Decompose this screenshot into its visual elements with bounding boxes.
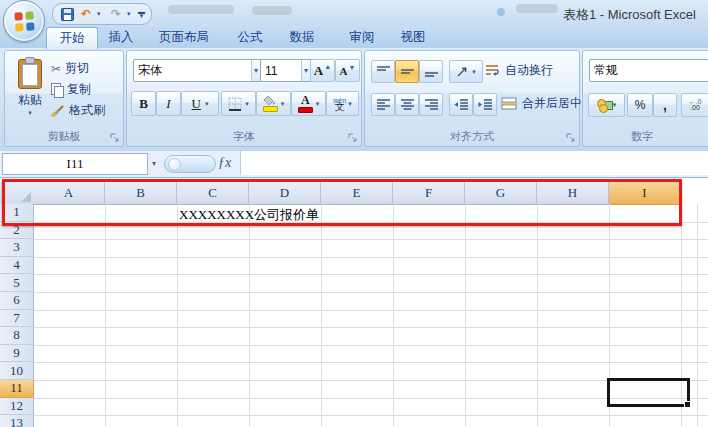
font-color-button[interactable]: A ▾ xyxy=(291,91,326,116)
row-header-7[interactable]: 7 xyxy=(0,310,34,328)
gridline xyxy=(33,415,708,416)
increase-indent-button[interactable] xyxy=(473,93,497,116)
alignment-dialog-launcher-icon[interactable] xyxy=(565,132,576,143)
gridline xyxy=(321,204,322,427)
orientation-button[interactable]: ▾ xyxy=(449,60,483,83)
align-left-button[interactable] xyxy=(371,93,395,116)
phonetic-guide-button[interactable]: wén 文 ▾ xyxy=(326,91,359,116)
copy-button[interactable]: 复制 xyxy=(51,80,123,99)
tab-formulas[interactable]: 公式 xyxy=(226,27,274,48)
wrap-text-button[interactable]: 自动换行 xyxy=(485,62,553,79)
row-header-5[interactable]: 5 xyxy=(0,274,34,292)
formula-input[interactable] xyxy=(240,151,708,175)
increase-decimal-button[interactable]: ←.0.00 xyxy=(681,93,708,117)
group-font: 宋体▾ 11▾ A▲ A▼ B I U▾ ▾ xyxy=(126,50,362,147)
row-header-6[interactable]: 6 xyxy=(0,292,34,310)
gridline xyxy=(33,292,708,293)
align-top-button[interactable] xyxy=(371,60,395,83)
gridline xyxy=(105,204,106,427)
fill-handle[interactable] xyxy=(684,401,691,408)
font-name-combo[interactable]: 宋体▾ xyxy=(133,59,265,82)
gridline xyxy=(177,204,178,427)
row-header-4[interactable]: 4 xyxy=(0,257,34,275)
font-size-dropdown-icon[interactable]: ▾ xyxy=(301,60,310,81)
decrease-indent-button[interactable] xyxy=(449,93,473,116)
percent-style-button[interactable]: % xyxy=(627,93,653,117)
font-group-label: 字体 xyxy=(127,129,361,144)
row-header-3[interactable]: 3 xyxy=(0,239,34,257)
fill-color-dropdown-icon[interactable]: ▾ xyxy=(281,100,285,108)
formula-bar: I11 ▾ ƒx xyxy=(0,151,708,179)
align-middle-button[interactable] xyxy=(395,60,419,83)
fill-color-button[interactable]: ▾ xyxy=(256,91,291,116)
worksheet-grid[interactable]: ABCDEFGHI12345678910111213XXXXXXXX公司报价单 xyxy=(0,177,708,427)
tab-insert[interactable]: 插入 xyxy=(100,27,142,48)
font-color-dropdown-icon[interactable]: ▾ xyxy=(316,100,320,108)
cut-button[interactable]: ✂ 剪切 xyxy=(51,59,123,78)
tab-page-layout[interactable]: 页面布局 xyxy=(146,27,222,48)
gridline xyxy=(537,204,538,427)
increase-decimal-icon: ←.0.00 xyxy=(689,99,702,111)
borders-dropdown-icon[interactable]: ▾ xyxy=(245,100,249,108)
undo-icon[interactable]: ↶ xyxy=(78,6,94,22)
orientation-icon xyxy=(456,66,469,78)
tab-view[interactable]: 视图 xyxy=(390,27,436,48)
clipboard-dialog-launcher-icon[interactable] xyxy=(109,132,120,143)
borders-button[interactable]: ▾ xyxy=(221,91,256,116)
accounting-format-button[interactable]: ▾ xyxy=(588,93,625,117)
row-header-8[interactable]: 8 xyxy=(0,327,34,345)
fill-color-icon xyxy=(263,96,278,112)
name-box[interactable]: I11 xyxy=(2,153,148,175)
merge-center-button[interactable]: 合并后居中 ▾ xyxy=(501,95,591,112)
number-format-combo[interactable]: 常规 xyxy=(589,59,708,82)
save-icon[interactable] xyxy=(59,6,75,22)
align-bottom-button[interactable] xyxy=(419,60,443,83)
paste-dropdown-icon[interactable]: ▾ xyxy=(28,109,32,117)
undo-dropdown-icon[interactable]: ▾ xyxy=(97,10,105,18)
wrap-text-icon xyxy=(485,64,500,77)
row-header-13[interactable]: 13 xyxy=(0,415,34,427)
phonetic-dropdown-icon[interactable]: ▾ xyxy=(348,100,352,108)
row-header-12[interactable]: 12 xyxy=(0,398,34,416)
merge-center-icon xyxy=(501,97,517,110)
font-name-dropdown-icon[interactable]: ▾ xyxy=(251,60,260,81)
align-right-button[interactable] xyxy=(419,93,443,116)
accounting-dropdown-icon[interactable]: ▾ xyxy=(613,101,617,109)
ribbon: 粘贴 ▾ ✂ 剪切 复制 格式刷 剪贴板 xyxy=(0,48,708,152)
underline-button[interactable]: U▾ xyxy=(181,91,219,116)
qat-customize-icon[interactable]: ▬▾ xyxy=(138,10,145,18)
redo-icon[interactable]: ↷ xyxy=(108,6,124,22)
group-number: 常规 ▾ % , ←.0.00 .0→.00 数字 xyxy=(582,50,708,147)
underline-dropdown-icon[interactable]: ▾ xyxy=(205,100,209,108)
row-header-11[interactable]: 11 xyxy=(0,380,34,398)
row-header-9[interactable]: 9 xyxy=(0,345,34,363)
redo-dropdown-icon[interactable]: ▾ xyxy=(127,10,135,18)
align-center-button[interactable] xyxy=(395,93,419,116)
grow-font-button[interactable]: A▲ xyxy=(310,59,335,82)
tab-review[interactable]: 审阅 xyxy=(338,27,386,48)
tab-data[interactable]: 数据 xyxy=(278,27,326,48)
paste-button[interactable]: 粘贴 ▾ xyxy=(7,53,53,129)
font-dialog-launcher-icon[interactable] xyxy=(347,132,358,143)
gridline xyxy=(33,257,708,258)
font-size-combo[interactable]: 11▾ xyxy=(260,59,315,82)
paste-clipboard-icon xyxy=(18,59,42,89)
formula-bar-splitter[interactable] xyxy=(164,155,216,173)
format-painter-button[interactable]: 格式刷 xyxy=(51,101,123,120)
italic-button[interactable]: I xyxy=(156,91,181,116)
office-button[interactable] xyxy=(3,0,45,42)
bold-button[interactable]: B xyxy=(131,91,156,116)
alignment-group-label: 对齐方式 xyxy=(365,129,579,144)
quick-access-toolbar: ↶ ▾ ↷ ▾ ▬▾ xyxy=(52,3,152,25)
tab-home[interactable]: 开始 xyxy=(46,27,98,49)
currency-icon xyxy=(597,99,613,112)
active-cell-I11[interactable] xyxy=(607,378,690,407)
name-box-dropdown-icon[interactable]: ▾ xyxy=(147,153,161,173)
orientation-dropdown-icon[interactable]: ▾ xyxy=(472,68,476,76)
phonetic-guide-icon: wén 文 xyxy=(333,98,346,110)
row-header-10[interactable]: 10 xyxy=(0,362,34,380)
shrink-font-button[interactable]: A▼ xyxy=(335,59,360,82)
comma-style-button[interactable]: , xyxy=(653,93,677,117)
gridline xyxy=(33,239,708,240)
insert-function-button[interactable]: ƒx xyxy=(218,155,231,171)
